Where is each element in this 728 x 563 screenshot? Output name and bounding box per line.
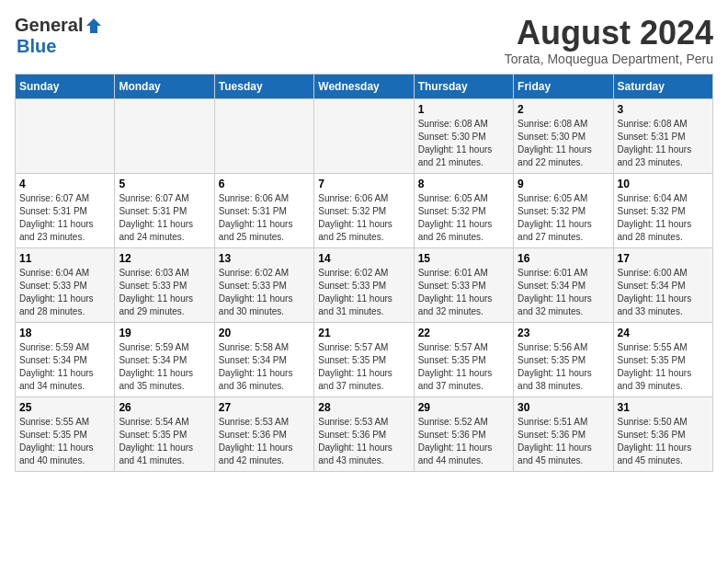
day-cell-3: 3Sunrise: 6:08 AM Sunset: 5:31 PM Daylig… xyxy=(613,98,712,173)
day-cell-25: 25Sunrise: 5:55 AM Sunset: 5:35 PM Dayli… xyxy=(16,396,115,471)
day-info: Sunrise: 6:01 AM Sunset: 5:34 PM Dayligh… xyxy=(518,267,609,318)
day-info: Sunrise: 6:07 AM Sunset: 5:31 PM Dayligh… xyxy=(119,192,210,244)
day-number: 17 xyxy=(618,252,709,265)
day-number: 3 xyxy=(618,103,709,116)
day-cell-17: 17Sunrise: 6:00 AM Sunset: 5:34 PM Dayli… xyxy=(613,247,712,322)
logo-general-text: General xyxy=(15,15,83,36)
day-header-sunday: Sunday xyxy=(16,74,115,98)
logo-blue-text: Blue xyxy=(17,36,56,57)
day-info: Sunrise: 5:57 AM Sunset: 5:35 PM Dayligh… xyxy=(318,341,409,393)
day-info: Sunrise: 6:00 AM Sunset: 5:34 PM Dayligh… xyxy=(618,267,709,318)
day-cell-22: 22Sunrise: 5:57 AM Sunset: 5:35 PM Dayli… xyxy=(414,322,513,396)
day-info: Sunrise: 6:08 AM Sunset: 5:31 PM Dayligh… xyxy=(618,118,709,169)
logo: General Blue xyxy=(15,15,103,57)
day-cell-26: 26Sunrise: 5:54 AM Sunset: 5:35 PM Dayli… xyxy=(115,396,214,471)
day-info: Sunrise: 5:59 AM Sunset: 5:34 PM Dayligh… xyxy=(119,341,210,393)
svg-marker-0 xyxy=(86,18,101,33)
day-number: 1 xyxy=(418,103,509,116)
day-info: Sunrise: 5:55 AM Sunset: 5:35 PM Dayligh… xyxy=(618,341,709,393)
day-number: 2 xyxy=(518,103,609,116)
day-cell-15: 15Sunrise: 6:01 AM Sunset: 5:33 PM Dayli… xyxy=(414,247,513,322)
day-cell-24: 24Sunrise: 5:55 AM Sunset: 5:35 PM Dayli… xyxy=(613,322,712,396)
day-cell-20: 20Sunrise: 5:58 AM Sunset: 5:34 PM Dayli… xyxy=(214,322,313,396)
day-cell-12: 12Sunrise: 6:03 AM Sunset: 5:33 PM Dayli… xyxy=(115,247,214,322)
day-number: 14 xyxy=(318,252,409,265)
day-info: Sunrise: 6:05 AM Sunset: 5:32 PM Dayligh… xyxy=(418,192,509,244)
day-number: 21 xyxy=(318,327,409,339)
page-header: General Blue August 2024 Torata, Moquegu… xyxy=(15,15,713,66)
empty-cell xyxy=(314,98,414,173)
day-number: 11 xyxy=(19,252,110,265)
day-number: 25 xyxy=(19,401,110,414)
day-number: 18 xyxy=(19,327,110,339)
day-cell-6: 6Sunrise: 6:06 AM Sunset: 5:31 PM Daylig… xyxy=(214,173,313,247)
day-number: 27 xyxy=(219,401,310,414)
day-number: 10 xyxy=(618,178,709,190)
day-header-wednesday: Wednesday xyxy=(314,74,414,98)
empty-cell xyxy=(16,98,115,173)
day-cell-11: 11Sunrise: 6:04 AM Sunset: 5:33 PM Dayli… xyxy=(16,247,115,322)
day-cell-23: 23Sunrise: 5:56 AM Sunset: 5:35 PM Dayli… xyxy=(514,322,613,396)
day-info: Sunrise: 6:03 AM Sunset: 5:33 PM Dayligh… xyxy=(119,267,210,318)
day-number: 23 xyxy=(518,327,609,339)
calendar-location: Torata, Moquegua Department, Peru xyxy=(505,52,713,66)
day-number: 7 xyxy=(318,178,409,190)
day-cell-9: 9Sunrise: 6:05 AM Sunset: 5:32 PM Daylig… xyxy=(514,173,613,247)
day-cell-4: 4Sunrise: 6:07 AM Sunset: 5:31 PM Daylig… xyxy=(16,173,115,247)
day-cell-8: 8Sunrise: 6:05 AM Sunset: 5:32 PM Daylig… xyxy=(414,173,513,247)
day-cell-14: 14Sunrise: 6:02 AM Sunset: 5:33 PM Dayli… xyxy=(314,247,414,322)
day-number: 20 xyxy=(219,327,310,339)
calendar-title-area: August 2024 Torata, Moquegua Department,… xyxy=(505,15,713,66)
day-number: 26 xyxy=(119,401,210,414)
day-info: Sunrise: 5:53 AM Sunset: 5:36 PM Dayligh… xyxy=(219,416,310,467)
day-info: Sunrise: 6:06 AM Sunset: 5:32 PM Dayligh… xyxy=(318,192,409,244)
day-cell-29: 29Sunrise: 5:52 AM Sunset: 5:36 PM Dayli… xyxy=(414,396,513,471)
empty-cell xyxy=(214,98,313,173)
day-header-monday: Monday xyxy=(115,74,214,98)
day-number: 16 xyxy=(518,252,609,265)
week-row-3: 11Sunrise: 6:04 AM Sunset: 5:33 PM Dayli… xyxy=(16,247,713,322)
day-header-tuesday: Tuesday xyxy=(214,74,313,98)
day-header-friday: Friday xyxy=(514,74,613,98)
day-cell-21: 21Sunrise: 5:57 AM Sunset: 5:35 PM Dayli… xyxy=(314,322,414,396)
day-info: Sunrise: 6:06 AM Sunset: 5:31 PM Dayligh… xyxy=(219,192,310,244)
day-info: Sunrise: 6:04 AM Sunset: 5:33 PM Dayligh… xyxy=(19,267,110,318)
empty-cell xyxy=(115,98,214,173)
day-info: Sunrise: 6:07 AM Sunset: 5:31 PM Dayligh… xyxy=(19,192,110,244)
day-info: Sunrise: 6:08 AM Sunset: 5:30 PM Dayligh… xyxy=(418,118,509,169)
day-info: Sunrise: 5:50 AM Sunset: 5:36 PM Dayligh… xyxy=(618,416,709,467)
days-header-row: SundayMondayTuesdayWednesdayThursdayFrid… xyxy=(16,74,713,98)
day-number: 6 xyxy=(219,178,310,190)
day-cell-30: 30Sunrise: 5:51 AM Sunset: 5:36 PM Dayli… xyxy=(514,396,613,471)
day-number: 13 xyxy=(219,252,310,265)
calendar-month-year: August 2024 xyxy=(505,15,713,52)
day-info: Sunrise: 6:08 AM Sunset: 5:30 PM Dayligh… xyxy=(518,118,609,169)
day-cell-5: 5Sunrise: 6:07 AM Sunset: 5:31 PM Daylig… xyxy=(115,173,214,247)
day-info: Sunrise: 6:05 AM Sunset: 5:32 PM Dayligh… xyxy=(518,192,609,244)
week-row-4: 18Sunrise: 5:59 AM Sunset: 5:34 PM Dayli… xyxy=(16,322,713,396)
day-number: 30 xyxy=(518,401,609,414)
day-info: Sunrise: 5:55 AM Sunset: 5:35 PM Dayligh… xyxy=(19,416,110,467)
day-number: 19 xyxy=(119,327,210,339)
logo-icon xyxy=(85,17,103,35)
day-cell-31: 31Sunrise: 5:50 AM Sunset: 5:36 PM Dayli… xyxy=(613,396,712,471)
day-info: Sunrise: 6:04 AM Sunset: 5:32 PM Dayligh… xyxy=(618,192,709,244)
day-cell-10: 10Sunrise: 6:04 AM Sunset: 5:32 PM Dayli… xyxy=(613,173,712,247)
day-info: Sunrise: 6:02 AM Sunset: 5:33 PM Dayligh… xyxy=(318,267,409,318)
day-cell-7: 7Sunrise: 6:06 AM Sunset: 5:32 PM Daylig… xyxy=(314,173,414,247)
day-info: Sunrise: 6:02 AM Sunset: 5:33 PM Dayligh… xyxy=(219,267,310,318)
day-info: Sunrise: 5:59 AM Sunset: 5:34 PM Dayligh… xyxy=(19,341,110,393)
week-row-1: 1Sunrise: 6:08 AM Sunset: 5:30 PM Daylig… xyxy=(16,98,713,173)
day-number: 15 xyxy=(418,252,509,265)
day-number: 4 xyxy=(19,178,110,190)
day-cell-19: 19Sunrise: 5:59 AM Sunset: 5:34 PM Dayli… xyxy=(115,322,214,396)
day-info: Sunrise: 5:56 AM Sunset: 5:35 PM Dayligh… xyxy=(518,341,609,393)
day-info: Sunrise: 5:57 AM Sunset: 5:35 PM Dayligh… xyxy=(418,341,509,393)
day-cell-2: 2Sunrise: 6:08 AM Sunset: 5:30 PM Daylig… xyxy=(514,98,613,173)
day-cell-1: 1Sunrise: 6:08 AM Sunset: 5:30 PM Daylig… xyxy=(414,98,513,173)
calendar-table: SundayMondayTuesdayWednesdayThursdayFrid… xyxy=(15,74,713,472)
day-cell-18: 18Sunrise: 5:59 AM Sunset: 5:34 PM Dayli… xyxy=(16,322,115,396)
day-number: 8 xyxy=(418,178,509,190)
week-row-2: 4Sunrise: 6:07 AM Sunset: 5:31 PM Daylig… xyxy=(16,173,713,247)
day-cell-16: 16Sunrise: 6:01 AM Sunset: 5:34 PM Dayli… xyxy=(514,247,613,322)
